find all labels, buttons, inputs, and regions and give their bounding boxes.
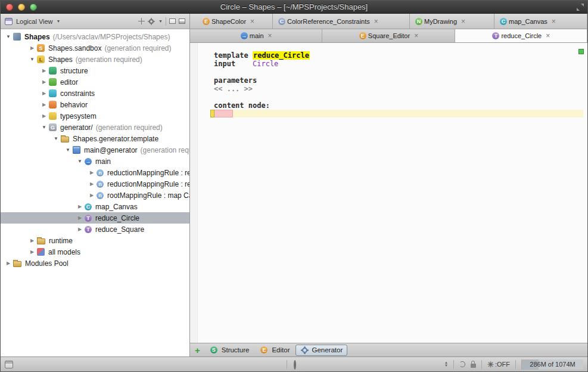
editor-tab-MyDrawing[interactable]: NMyDrawing× — [410, 14, 494, 29]
collapsed-arrow-icon[interactable]: ▶ — [4, 261, 13, 266]
tree-item-label: generator/ — [60, 123, 93, 132]
editor-tab-ColorReference_Constraints[interactable]: CColorReference_Constraints× — [273, 14, 410, 29]
toolwindow-toggle-icon[interactable] — [5, 361, 13, 368]
project-panel-header: Logical View ▼ ▼ — [1, 14, 189, 29]
dock-pin-icon[interactable] — [138, 18, 145, 24]
parameters-placeholder-cell[interactable]: << ... >> — [214, 85, 253, 93]
collapsed-arrow-icon[interactable]: ▶ — [28, 249, 36, 255]
expanded-arrow-icon[interactable]: ▼ — [76, 159, 84, 164]
tab-close-button[interactable]: × — [414, 32, 418, 40]
collapsed-arrow-icon[interactable]: ▶ — [88, 181, 96, 187]
expanded-arrow-icon[interactable]: ▼ — [28, 57, 36, 62]
hide-panel-icon[interactable] — [179, 18, 185, 24]
tab-label: ShapeColor — [211, 18, 246, 25]
tree-row-all-models[interactable]: ▶all models — [1, 246, 189, 258]
tree-row-reduce_Square[interactable]: ▶Treduce_Square — [1, 224, 189, 235]
collapsed-arrow-icon[interactable]: ▶ — [40, 91, 48, 96]
inspections-icon: ✳ — [487, 361, 494, 368]
generator-model-icon — [73, 146, 80, 154]
input-concept-cell[interactable]: Circle — [253, 60, 278, 68]
tree-row-map_Canvas[interactable]: ▶Cmap_Canvas — [1, 201, 189, 212]
tree-row-typesystem[interactable]: ▶typesystem — [1, 110, 189, 122]
view-selector[interactable]: Logical View — [16, 18, 53, 25]
tree-row-reductionMappingRule-re[interactable]: ▶nreductionMappingRule : re — [1, 167, 189, 178]
tree-row-reduce_Circle[interactable]: ▶Treduce_Circle — [1, 212, 189, 224]
collapsed-arrow-icon[interactable]: ▶ — [40, 79, 48, 85]
template-name-cell[interactable]: reduce_Circle — [253, 51, 310, 60]
tree-item-label: main — [95, 157, 111, 166]
sync-status-icon[interactable] — [459, 361, 465, 367]
tree-row-constraints[interactable]: ▶constraints — [1, 88, 189, 99]
close-window-button[interactable] — [6, 4, 13, 11]
resize-grip-icon[interactable] — [577, 4, 584, 11]
tab-close-button[interactable]: × — [268, 32, 272, 40]
tree-row-reductionMappingRule-re[interactable]: ▶nreductionMappingRule : re — [1, 178, 189, 190]
tab-close-button[interactable]: × — [546, 32, 550, 40]
tab-close-button[interactable]: × — [552, 17, 556, 26]
canvas-tab-icon: C — [500, 18, 507, 25]
chevron-down-icon[interactable]: ▼ — [57, 19, 61, 23]
gear-chevron-icon[interactable]: ▼ — [158, 19, 163, 23]
aspect-tab-Editor[interactable]: EEditor — [255, 345, 294, 356]
expanded-arrow-icon[interactable]: ▼ — [4, 34, 13, 39]
tree-row-behavior[interactable]: ▶behavior — [1, 99, 189, 110]
tree-row-rootMappingRule-map-Ca[interactable]: ▶nrootMappingRule : map Ca — [1, 190, 189, 201]
tab-close-button[interactable]: × — [374, 17, 378, 26]
tree-row-structure[interactable]: ▶structure — [1, 65, 189, 76]
folder-icon — [61, 137, 69, 142]
aspect-tab-Structure[interactable]: SStructure — [205, 345, 254, 356]
collapsed-arrow-icon[interactable]: ▶ — [40, 113, 48, 119]
editor-tab-map_Canvas[interactable]: Cmap_Canvas× — [494, 14, 587, 29]
tree-item-label: Shapes.sandbox — [48, 44, 101, 52]
expanded-arrow-icon[interactable]: ▼ — [64, 147, 72, 153]
editor-tab-main[interactable]: →main× — [190, 29, 322, 42]
content-cursor-cell[interactable] — [210, 110, 214, 117]
tree-row-Shapes-sandbox[interactable]: ▶SShapes.sandbox(generation required) — [1, 42, 189, 54]
inspections-toggle[interactable]: ✳ :OFF — [487, 361, 510, 368]
tab-close-button[interactable]: × — [250, 17, 254, 26]
header-divider — [166, 17, 166, 26]
collapsed-arrow-icon[interactable]: ▶ — [40, 68, 48, 73]
collapsed-arrow-icon[interactable]: ▶ — [88, 170, 96, 175]
tree-row-Shapes[interactable]: ▼Shapes(/Users/vaclav/MPSProjects/Shapes… — [1, 31, 189, 42]
project-tree: ▼Shapes(/Users/vaclav/MPSProjects/Shapes… — [1, 29, 189, 356]
collapse-all-icon[interactable] — [169, 18, 176, 24]
tab-close-button[interactable]: × — [461, 17, 465, 26]
window-titlebar[interactable]: Circle – Shapes – [~/MPSProjects/Shapes] — [1, 1, 587, 14]
collapsed-arrow-icon[interactable]: ▶ — [28, 238, 36, 243]
collapsed-arrow-icon[interactable]: ▶ — [40, 102, 48, 107]
memory-indicator[interactable]: 286M of 1074M — [521, 359, 583, 370]
expanded-arrow-icon[interactable]: ▼ — [52, 136, 60, 141]
editor-tab-Square_Editor[interactable]: ESquare_Editor× — [322, 29, 455, 42]
minimize-window-button[interactable] — [18, 4, 25, 11]
collapsed-arrow-icon[interactable]: ▶ — [76, 227, 84, 232]
logical-view-icon — [5, 18, 13, 25]
tree-row-generator-[interactable]: ▼Ggenerator/(generation required) — [1, 122, 189, 133]
tree-row-main[interactable]: ▼→main — [1, 156, 189, 167]
tree-row-editor[interactable]: ▶editor — [1, 76, 189, 88]
editor-tab-ShapeColor[interactable]: EShapeColor× — [197, 14, 273, 29]
statusbar-gear-icon[interactable] — [294, 360, 296, 370]
add-aspect-button[interactable]: + — [195, 346, 200, 355]
tab-label: main — [250, 32, 264, 39]
expanded-arrow-icon[interactable]: ▼ — [40, 125, 48, 130]
editor-pane[interactable]: template reduce_Circle input Circle para… — [190, 43, 587, 343]
scroll-updown-icon[interactable]: ▲▼ — [444, 361, 448, 367]
tree-row-Shapes[interactable]: ▼LShapes(generation required) — [1, 54, 189, 65]
tree-row-runtime[interactable]: ▶runtime — [1, 235, 189, 246]
collapsed-arrow-icon[interactable]: ▶ — [76, 215, 84, 221]
zoom-window-button[interactable] — [30, 4, 37, 11]
collapsed-arrow-icon[interactable]: ▶ — [76, 204, 84, 209]
content-node-line[interactable] — [210, 110, 583, 117]
lock-icon[interactable] — [471, 364, 476, 368]
tree-row-main-generator[interactable]: ▼main@generator(generation required) — [1, 144, 189, 156]
panel-settings-gear-icon[interactable] — [149, 19, 154, 24]
tree-row-Modules-Pool[interactable]: ▶Modules Pool — [1, 258, 189, 269]
collapsed-arrow-icon[interactable]: ▶ — [88, 193, 96, 198]
collapsed-arrow-icon[interactable]: ▶ — [28, 45, 36, 51]
content-error-cell[interactable] — [214, 110, 233, 117]
aspect-tab-Generator[interactable]: Generator — [295, 345, 347, 356]
editor-tab-reduce_Circle[interactable]: Treduce_Circle× — [455, 29, 587, 42]
generator-tab-icon — [302, 348, 307, 353]
tree-row-Shapes-generator-template[interactable]: ▼Shapes.generator.template — [1, 133, 189, 144]
